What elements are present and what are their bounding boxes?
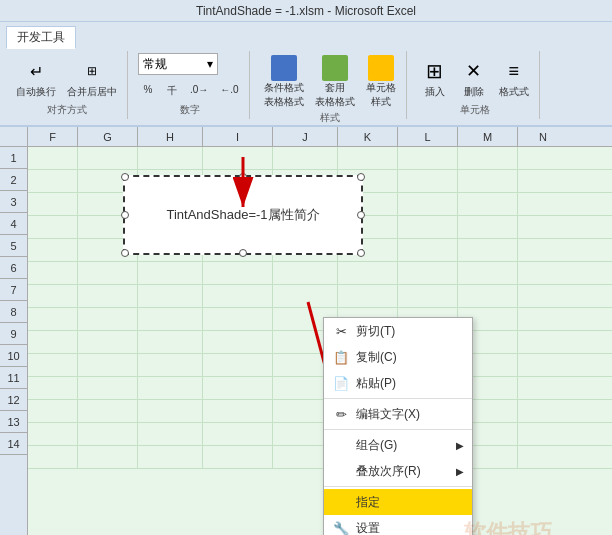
order-arrow-icon: ▶ xyxy=(456,466,464,477)
percent-button[interactable]: % xyxy=(138,82,158,100)
col-M: M xyxy=(458,127,518,146)
table-row xyxy=(28,262,612,285)
style-group-content: 条件格式表格格式 套用表格格式 单元格样式 xyxy=(260,53,400,111)
textbox-handle-ml[interactable] xyxy=(121,211,129,219)
number-controls: % 千 .0→ ←.0 xyxy=(138,82,243,100)
row-9: 9 xyxy=(0,323,27,345)
delete-icon: ✕ xyxy=(460,57,488,85)
row-3: 3 xyxy=(0,191,27,213)
ctx-sep-1 xyxy=(324,398,472,399)
row-1: 1 xyxy=(0,147,27,169)
ctx-cut[interactable]: ✂ 剪切(T) xyxy=(324,318,472,344)
settings-icon: 🔧 xyxy=(332,519,350,535)
row-10: 10 xyxy=(0,345,27,367)
autowrap-icon: ↵ xyxy=(22,57,50,85)
table-row xyxy=(28,423,612,446)
merge-center-button[interactable]: ⊞ 合并后居中 xyxy=(63,55,121,101)
ctx-cut-label: 剪切(T) xyxy=(356,323,395,340)
conditional-format-icon xyxy=(271,55,297,81)
align-group-content: ↵ 自动换行 ⊞ 合并后居中 xyxy=(12,53,121,103)
table-row xyxy=(28,354,612,377)
ribbon-group-align: ↵ 自动换行 ⊞ 合并后居中 对齐方式 xyxy=(6,51,128,119)
align-group-label: 对齐方式 xyxy=(47,103,87,117)
row-4: 4 xyxy=(0,213,27,235)
decrease-decimal-button[interactable]: ←.0 xyxy=(216,82,242,100)
format-dropdown-value: 常规 xyxy=(143,56,167,73)
conditional-format-button[interactable]: 条件格式表格格式 xyxy=(260,53,308,111)
group-icon xyxy=(332,436,350,454)
ctx-paste-label: 粘贴(P) xyxy=(356,375,396,392)
ctx-settings[interactable]: 🔧 设置 xyxy=(324,515,472,535)
ctx-group[interactable]: 组合(G) ▶ xyxy=(324,432,472,458)
table-format-icon xyxy=(322,55,348,81)
col-I: I xyxy=(203,127,273,146)
ctx-order-label: 叠放次序(R) xyxy=(356,463,421,480)
insert-icon: ⊞ xyxy=(421,57,449,85)
ctx-sep-3 xyxy=(324,486,472,487)
textbox-handle-bm[interactable] xyxy=(239,249,247,257)
table-row xyxy=(28,446,612,469)
ctx-edit-text[interactable]: ✏ 编辑文字(X) xyxy=(324,401,472,427)
paste-icon: 📄 xyxy=(332,374,350,392)
table-row xyxy=(28,147,612,170)
textbox-handle-br[interactable] xyxy=(357,249,365,257)
order-icon xyxy=(332,462,350,480)
row-8: 8 xyxy=(0,301,27,323)
ribbon: 开发工具 ↵ 自动换行 ⊞ 合并后居中 对齐方式 常规 ▾ xyxy=(0,22,612,127)
group-arrow-icon: ▶ xyxy=(456,440,464,451)
ctx-assign[interactable]: 指定 xyxy=(324,489,472,515)
table-row xyxy=(28,285,612,308)
ctx-copy-label: 复制(C) xyxy=(356,349,397,366)
col-G: G xyxy=(78,127,138,146)
ribbon-tabs: 开发工具 xyxy=(6,26,606,49)
textbox-handle-tm[interactable] xyxy=(239,173,247,181)
main-area: F G H I J K L M N 1 2 3 4 5 6 7 8 9 10 1… xyxy=(0,127,612,535)
row-7: 7 xyxy=(0,279,27,301)
context-menu: ✂ 剪切(T) 📋 复制(C) 📄 粘贴(P) ✏ 编辑文字(X) xyxy=(323,317,473,535)
row-14: 14 xyxy=(0,433,27,455)
textbox-handle-bl[interactable] xyxy=(121,249,129,257)
ribbon-content: ↵ 自动换行 ⊞ 合并后居中 对齐方式 常规 ▾ % xyxy=(6,51,606,119)
format-button[interactable]: ≡ 格式式 xyxy=(495,55,533,101)
table-format-button[interactable]: 套用表格格式 xyxy=(311,53,359,111)
col-N: N xyxy=(518,127,568,146)
textbox-handle-mr[interactable] xyxy=(357,211,365,219)
ribbon-group-number: 常规 ▾ % 千 .0→ ←.0 xyxy=(132,51,250,119)
tab-kaifagongju[interactable]: 开发工具 xyxy=(6,26,76,49)
row-2: 2 xyxy=(0,169,27,191)
ctx-copy[interactable]: 📋 复制(C) xyxy=(324,344,472,370)
col-J: J xyxy=(273,127,338,146)
table-row xyxy=(28,400,612,423)
cell-style-button[interactable]: 单元格样式 xyxy=(362,53,400,111)
col-K: K xyxy=(338,127,398,146)
title-text: TintAndShade = -1.xlsm - Microsoft Excel xyxy=(196,4,416,18)
number-group-content: 常规 ▾ % 千 .0→ ←.0 xyxy=(138,53,243,103)
textbox[interactable]: TintAndShade=-1属性简介 xyxy=(123,175,363,255)
format-dropdown-arrow-icon: ▾ xyxy=(207,57,213,71)
table-row xyxy=(28,331,612,354)
ctx-sep-2 xyxy=(324,429,472,430)
increase-decimal-button[interactable]: .0→ xyxy=(186,82,212,100)
table-row xyxy=(28,308,612,331)
ctx-paste[interactable]: 📄 粘贴(P) xyxy=(324,370,472,396)
textbox-handle-tr[interactable] xyxy=(357,173,365,181)
autowrap-button[interactable]: ↵ 自动换行 xyxy=(12,55,60,101)
insert-button[interactable]: ⊞ 插入 xyxy=(417,55,453,101)
col-H: H xyxy=(138,127,203,146)
row-12: 12 xyxy=(0,389,27,411)
delete-button[interactable]: ✕ 删除 xyxy=(456,55,492,101)
thousand-button[interactable]: 千 xyxy=(162,82,182,100)
row-13: 13 xyxy=(0,411,27,433)
row-5: 5 xyxy=(0,235,27,257)
col-F: F xyxy=(28,127,78,146)
merge-center-label: 合并后居中 xyxy=(67,85,117,99)
number-group-label: 数字 xyxy=(180,103,200,117)
col-headers: F G H I J K L M N xyxy=(28,127,612,147)
format-dropdown[interactable]: 常规 ▾ xyxy=(138,53,218,75)
ctx-order[interactable]: 叠放次序(R) ▶ xyxy=(324,458,472,484)
grid-cells: TintAndShade=-1属性简介 xyxy=(28,147,612,535)
grid-wrapper: 1 2 3 4 5 6 7 8 9 10 11 12 13 14 xyxy=(0,147,612,535)
textbox-handle-tl[interactable] xyxy=(121,173,129,181)
table-row xyxy=(28,377,612,400)
format-icon: ≡ xyxy=(500,57,528,85)
